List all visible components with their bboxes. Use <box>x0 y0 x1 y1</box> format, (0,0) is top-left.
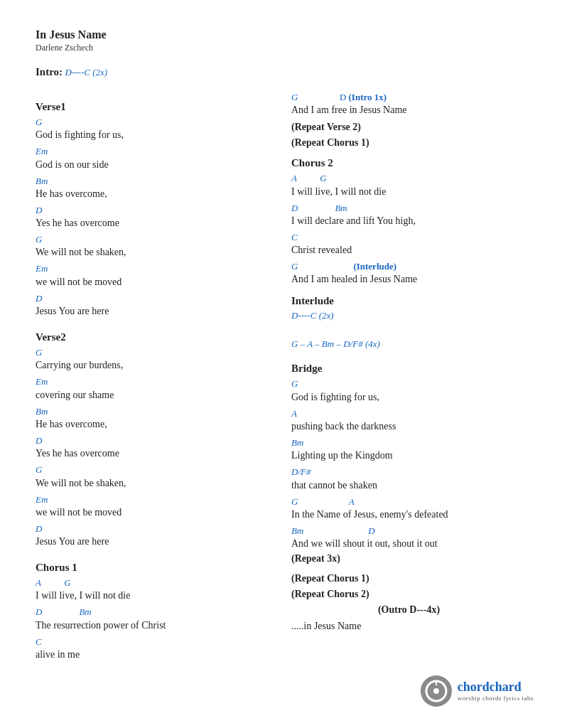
final-repeat-chorus2: (Repeat Chorus 2) <box>291 589 526 600</box>
verse1-header: Verse1 <box>36 101 270 113</box>
outro-label: (Outro D---4x) <box>291 604 526 616</box>
continuation-block: G D (Intro 1x) And I am free in Jesus Na… <box>291 92 526 117</box>
logo-icon <box>421 675 452 707</box>
chorus2-lines: A G I will live, I will not die D Bm I w… <box>291 173 526 287</box>
left-column: Verse1 GGod is fighting for us, EmGod is… <box>36 88 270 663</box>
svg-point-2 <box>433 688 439 694</box>
repeat-chorus1: (Repeat Chorus 1) <box>291 137 526 149</box>
interlude-chords2: G – A – Bm – D/F# (4x) <box>291 338 526 350</box>
intro-label: Intro: <box>36 66 63 77</box>
right-column: G D (Intro 1x) And I am free in Jesus Na… <box>291 88 526 663</box>
outro-lyric: .....in Jesus Name <box>291 619 526 633</box>
intro-chord-value: D----C (2x) <box>65 67 108 77</box>
chorus2-header: Chorus 2 <box>291 157 526 169</box>
final-repeat-chorus1: (Repeat Chorus 1) <box>291 573 526 584</box>
chorus1-lines: A G I will live, I will not die D Bm The… <box>36 578 270 662</box>
logo-area: chordchard worship chords lyrics tabs <box>421 675 534 707</box>
bridge-lines: GGod is fighting for us, Apushing back t… <box>291 379 526 566</box>
artist-name: Darlene Zschech <box>36 43 526 53</box>
page-title: In Jesus Name <box>36 28 526 41</box>
chorus1-header: Chorus 1 <box>36 562 270 574</box>
interlude-header: Interlude <box>291 295 526 307</box>
verse1-lines: GGod is fighting for us, EmGod is on our… <box>36 117 270 318</box>
bridge-header: Bridge <box>291 363 526 375</box>
logo-text: chordchard worship chords lyrics tabs <box>458 680 534 702</box>
interlude-chords1: D----C (2x) <box>291 310 526 321</box>
verse2-header: Verse2 <box>36 331 270 343</box>
repeat-verse2: (Repeat Verse 2) <box>291 122 526 133</box>
verse2-lines: GCarrying our burdens, Emcovering our sh… <box>36 348 270 549</box>
